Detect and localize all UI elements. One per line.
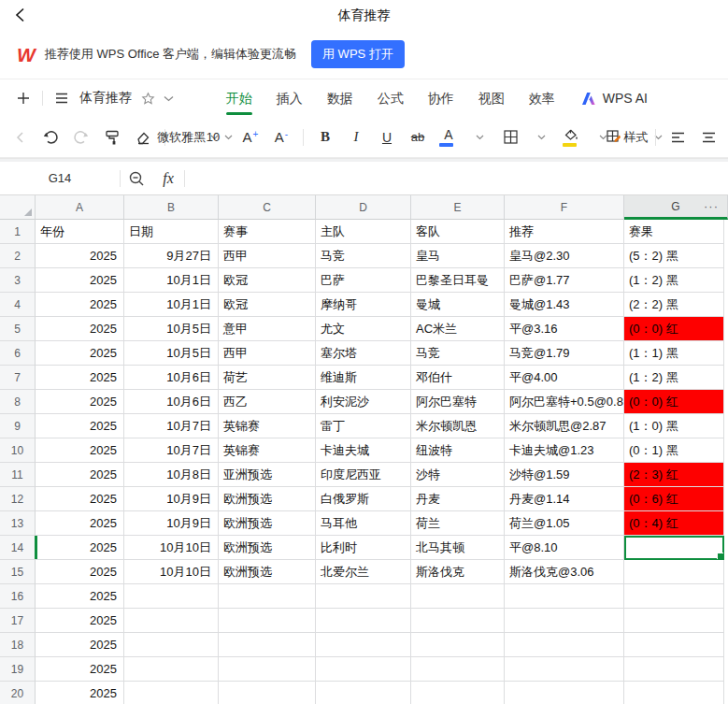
grid-cell[interactable]: 印度尼西亚 — [316, 463, 411, 487]
grid-cell[interactable]: 斯洛伐克 — [411, 560, 505, 584]
grid-cell[interactable]: 荷兰@1.05 — [505, 511, 624, 536]
grid-cell[interactable]: 沙特@1.59 — [505, 463, 624, 487]
grid-cell[interactable] — [505, 609, 624, 633]
grid-cell[interactable] — [316, 609, 411, 633]
grid-cell[interactable]: 2025 — [36, 244, 124, 268]
grid-cell[interactable]: 马竞 — [316, 244, 411, 268]
formula-input[interactable] — [185, 162, 728, 194]
grid-cell[interactable] — [124, 609, 219, 633]
ribbon-tab[interactable]: 效率 — [529, 79, 555, 117]
grid-cell[interactable]: 2025 — [36, 584, 124, 609]
grid-cell[interactable]: 北爱尔兰 — [316, 560, 411, 584]
grid-cell[interactable]: 西甲 — [219, 244, 316, 268]
grid-cell[interactable]: 马竞 — [411, 341, 505, 366]
grid-cell[interactable]: 荷兰 — [411, 511, 505, 536]
grid-cell[interactable]: 丹麦 — [411, 487, 505, 511]
grid-cell[interactable] — [316, 682, 411, 704]
grid-cell[interactable] — [316, 657, 411, 682]
font-size-select[interactable]: 10 — [207, 123, 232, 151]
font-color-button[interactable]: A — [436, 123, 461, 151]
column-header[interactable]: E — [411, 195, 505, 220]
grid-cell[interactable]: 2025 — [36, 682, 124, 704]
grid-cell[interactable]: 2025 — [36, 633, 124, 657]
grid-cell[interactable] — [411, 633, 505, 657]
row-header[interactable]: 19 — [0, 657, 36, 682]
borders-button[interactable] — [498, 123, 522, 151]
grid-cell[interactable]: 维迪斯 — [316, 366, 411, 390]
wps-ai-button[interactable]: WPS AI — [581, 91, 648, 106]
more-columns-indicator[interactable]: ··· — [704, 195, 719, 218]
grid-cell[interactable] — [624, 682, 724, 704]
document-menu-toggle[interactable] — [158, 88, 178, 108]
grid-cell[interactable]: 2025 — [36, 560, 124, 584]
decrease-font-button[interactable]: A- — [269, 123, 293, 151]
grid-cell[interactable]: 2025 — [36, 511, 124, 536]
grid-cell[interactable] — [219, 584, 316, 609]
row-header[interactable]: 13 — [0, 511, 36, 536]
grid-cell[interactable]: 欧洲预选 — [219, 536, 316, 560]
grid-cell[interactable]: 荷艺 — [219, 366, 316, 390]
favorite-button[interactable] — [137, 88, 158, 108]
grid-cell[interactable] — [124, 633, 219, 657]
grid-cell[interactable]: (1：2) 黑 — [624, 366, 724, 390]
grid-cell[interactable] — [124, 657, 219, 682]
grid-cell[interactable]: 米尔顿凯恩 — [411, 414, 505, 438]
grid-cell[interactable]: 意甲 — [219, 317, 316, 341]
grid-cell[interactable] — [124, 584, 219, 609]
grid-cell[interactable]: 2025 — [36, 317, 124, 341]
select-all-corner[interactable] — [0, 195, 36, 220]
grid-cell[interactable]: 10月5日 — [124, 317, 219, 341]
grid-cell[interactable]: 日期 — [124, 220, 219, 244]
grid-cell[interactable]: (1：1) 黑 — [624, 341, 724, 366]
grid-cell[interactable]: 马耳他 — [316, 511, 411, 536]
row-header[interactable]: 9 — [0, 414, 36, 438]
grid-cell[interactable]: 赛事 — [219, 220, 316, 244]
grid-cell[interactable] — [411, 609, 505, 633]
grid-cell[interactable]: (1：0) 黑 — [624, 414, 724, 438]
grid-cell[interactable]: 皇马 — [411, 244, 505, 268]
grid-cell[interactable]: (2：2) 黑 — [624, 293, 724, 317]
row-header[interactable]: 17 — [0, 609, 36, 633]
grid-cell[interactable]: (0：6) 红 — [624, 487, 724, 511]
undo-button[interactable] — [38, 123, 63, 151]
grid-cell[interactable]: 2025 — [36, 390, 124, 414]
row-header[interactable]: 6 — [0, 341, 36, 366]
ribbon-tab[interactable]: 协作 — [428, 79, 454, 117]
row-header[interactable]: 10 — [0, 438, 36, 463]
grid-cell[interactable]: 10月10日 — [124, 560, 219, 584]
align-left-button[interactable] — [665, 123, 690, 151]
column-header[interactable]: C — [219, 195, 316, 220]
grid-cell[interactable]: 皇马@2.30 — [505, 244, 624, 268]
column-header[interactable]: A — [36, 195, 124, 220]
grid-cell[interactable]: 10月8日 — [124, 463, 219, 487]
grid-cell[interactable]: 10月6日 — [124, 366, 219, 390]
row-header[interactable]: 8 — [0, 390, 36, 414]
strikethrough-button[interactable]: ab — [406, 123, 430, 151]
grid-cell[interactable]: 2025 — [36, 657, 124, 682]
align-center-button[interactable] — [696, 123, 721, 151]
grid-cell[interactable]: 2025 — [36, 463, 124, 487]
bold-button[interactable]: B — [313, 123, 337, 151]
grid-cell[interactable]: 欧冠 — [219, 268, 316, 293]
grid-cell[interactable] — [219, 609, 316, 633]
font-color-dropdown[interactable] — [467, 123, 492, 151]
row-header[interactable]: 4 — [0, 293, 36, 317]
grid-cell[interactable]: 阿尔巴塞特+0.5@0.8 — [505, 390, 624, 414]
grid-cell[interactable]: 丹麦@1.14 — [505, 487, 624, 511]
column-header[interactable]: D — [316, 195, 411, 220]
grid-cell[interactable]: 10月1日 — [124, 293, 219, 317]
grid-cell[interactable]: 巴萨 — [316, 268, 411, 293]
grid-cell[interactable]: 10月9日 — [124, 511, 219, 536]
ribbon-tab[interactable]: 数据 — [327, 79, 353, 117]
grid-cell[interactable]: 米尔顿凯思@2.87 — [505, 414, 624, 438]
scroll-toolbar-left-button[interactable] — [7, 123, 32, 151]
grid-cell[interactable]: 年份 — [36, 220, 124, 244]
row-header[interactable]: 18 — [0, 633, 36, 657]
grid-cell[interactable]: 利安泥沙 — [316, 390, 411, 414]
grid-cell[interactable] — [411, 584, 505, 609]
grid-cell[interactable] — [505, 633, 624, 657]
grid-cell[interactable]: 2025 — [36, 438, 124, 463]
insert-function-button[interactable]: fx — [152, 165, 184, 192]
row-header[interactable]: 7 — [0, 366, 36, 390]
cell-style-button[interactable]: 样式 — [621, 123, 646, 151]
